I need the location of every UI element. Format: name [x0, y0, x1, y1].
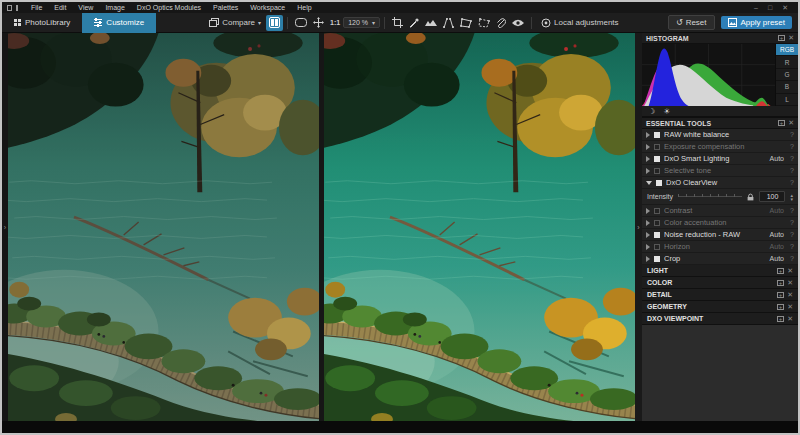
help-icon[interactable]: ? [788, 131, 794, 138]
tool-noise-reduction-raw[interactable]: Noise reduction - RAW Auto ? [642, 229, 798, 241]
section-detail[interactable]: DETAIL +✕ [642, 289, 798, 301]
menu-image[interactable]: Image [99, 2, 130, 13]
enable-checkbox[interactable] [654, 168, 660, 174]
menu-file[interactable]: File [25, 2, 48, 13]
right-panel-collapse-handle[interactable]: › [635, 33, 642, 421]
panel-add-icon[interactable]: + [777, 268, 784, 274]
section-light[interactable]: LIGHT +✕ [642, 265, 798, 277]
tool-crop[interactable]: Crop Auto ? [642, 253, 798, 265]
hand-tool-button[interactable] [292, 15, 310, 31]
channel-b[interactable]: B [776, 81, 798, 93]
expand-icon[interactable] [646, 256, 650, 262]
channel-g[interactable]: G [776, 69, 798, 81]
eight-points-button[interactable] [475, 15, 493, 31]
expand-icon[interactable] [646, 144, 650, 150]
tool-horizon[interactable]: Horizon Auto ? [642, 241, 798, 253]
horizon-tool-button[interactable] [422, 15, 440, 31]
expand-icon[interactable] [646, 232, 650, 238]
close-button[interactable]: ✕ [777, 4, 793, 12]
image-before[interactable] [8, 33, 319, 421]
enable-checkbox[interactable] [654, 208, 660, 214]
channel-r[interactable]: R [776, 56, 798, 68]
panel-add-icon[interactable]: + [777, 304, 784, 310]
image-after[interactable] [324, 33, 635, 421]
enable-checkbox[interactable] [654, 220, 660, 226]
reset-button[interactable]: ↺ Reset [668, 15, 715, 30]
histogram-header[interactable]: HISTOGRAM + ✕ [642, 33, 798, 44]
tool-dxo-clearview[interactable]: DxO ClearView ? [642, 177, 798, 189]
blend-tool-button[interactable] [493, 15, 509, 31]
minimize-button[interactable]: – [749, 4, 763, 11]
channel-l[interactable]: L [776, 94, 798, 106]
help-icon[interactable]: ? [788, 255, 794, 262]
preview-toggle-button[interactable] [509, 15, 527, 31]
panel-close-icon[interactable]: ✕ [787, 315, 793, 323]
help-icon[interactable]: ? [788, 155, 794, 162]
expand-icon[interactable] [646, 244, 650, 250]
section-color[interactable]: COLOR +✕ [642, 277, 798, 289]
expand-icon[interactable] [646, 156, 650, 162]
tool-color-accentuation[interactable]: Color accentuation ? [642, 217, 798, 229]
help-icon[interactable]: ? [788, 179, 794, 186]
panel-add-icon[interactable]: + [777, 316, 784, 322]
enable-checkbox[interactable] [654, 232, 660, 238]
tool-selective-tone[interactable]: Selective tone ? [642, 165, 798, 177]
expand-icon[interactable] [646, 220, 650, 226]
panel-close-icon[interactable]: ✕ [787, 303, 793, 311]
help-icon[interactable]: ? [788, 231, 794, 238]
maximize-button[interactable]: □ [763, 4, 777, 11]
tab-photolibrary[interactable]: PhotoLibrary [2, 13, 82, 33]
crop-tool-button[interactable] [389, 15, 406, 31]
highlight-clipping-icon[interactable]: ☀ [663, 107, 670, 116]
compare-button[interactable]: Compare ▾ [204, 15, 266, 31]
help-icon[interactable]: ? [788, 207, 794, 214]
intensity-value[interactable]: 100 [759, 191, 785, 202]
lock-icon[interactable] [747, 193, 754, 201]
tool-raw-white-balance[interactable]: RAW white balance ? [642, 129, 798, 141]
panel-close-icon[interactable]: ✕ [787, 267, 793, 275]
tab-customize[interactable]: Customize [82, 13, 156, 33]
zoom-level-select[interactable]: 120 % ▾ [343, 17, 380, 28]
menu-view[interactable]: View [72, 2, 99, 13]
enable-checkbox[interactable] [654, 244, 660, 250]
panel-close-icon[interactable]: ✕ [787, 291, 793, 299]
panel-add-icon[interactable]: + [777, 292, 784, 298]
help-icon[interactable]: ? [788, 243, 794, 250]
essential-tools-header[interactable]: ESSENTIAL TOOLS + ✕ [642, 118, 798, 129]
expand-icon[interactable] [646, 168, 650, 174]
section-geometry[interactable]: GEOMETRY +✕ [642, 301, 798, 313]
help-icon[interactable]: ? [788, 167, 794, 174]
collapse-icon[interactable] [646, 181, 652, 185]
tool-exposure-compensation[interactable]: Exposure compensation ? [642, 141, 798, 153]
intensity-slider[interactable] [678, 194, 742, 199]
move-tool-button[interactable] [310, 15, 327, 31]
expand-icon[interactable] [646, 132, 650, 138]
enable-checkbox[interactable] [656, 180, 662, 186]
shadow-clipping-icon[interactable]: ☽ [648, 107, 655, 116]
panel-add-icon[interactable]: + [777, 280, 784, 286]
panel-close-icon[interactable]: ✕ [788, 119, 794, 127]
panel-close-icon[interactable]: ✕ [788, 34, 794, 42]
menu-dxo-optics-modules[interactable]: DxO Optics Modules [131, 2, 207, 13]
tool-dxo-smart-lighting[interactable]: DxO Smart Lighting Auto ? [642, 153, 798, 165]
help-icon[interactable]: ? [788, 219, 794, 226]
panel-close-icon[interactable]: ✕ [787, 279, 793, 287]
split-view-button[interactable] [266, 15, 283, 31]
panel-add-icon[interactable]: + [778, 120, 785, 126]
menu-edit[interactable]: Edit [48, 2, 72, 13]
zoom-1to1-button[interactable]: 1:1 [327, 19, 343, 26]
step-down-icon[interactable]: ▾ [790, 197, 793, 201]
intensity-stepper[interactable]: ▴ ▾ [790, 193, 793, 201]
perspective-rectangle-button[interactable] [457, 15, 475, 31]
enable-checkbox[interactable] [654, 132, 660, 138]
panel-add-icon[interactable]: + [778, 35, 785, 41]
menu-workspace[interactable]: Workspace [244, 2, 291, 13]
enable-checkbox[interactable] [654, 156, 660, 162]
menu-palettes[interactable]: Palettes [207, 2, 244, 13]
channel-rgb[interactable]: RGB [776, 44, 798, 56]
expand-icon[interactable] [646, 208, 650, 214]
white-balance-picker-button[interactable] [406, 15, 422, 31]
enable-checkbox[interactable] [654, 144, 660, 150]
local-adjustments-button[interactable]: Local adjustments [536, 15, 623, 31]
section-dxo-viewpoint[interactable]: DXO VIEWPOINT +✕ [642, 313, 798, 325]
